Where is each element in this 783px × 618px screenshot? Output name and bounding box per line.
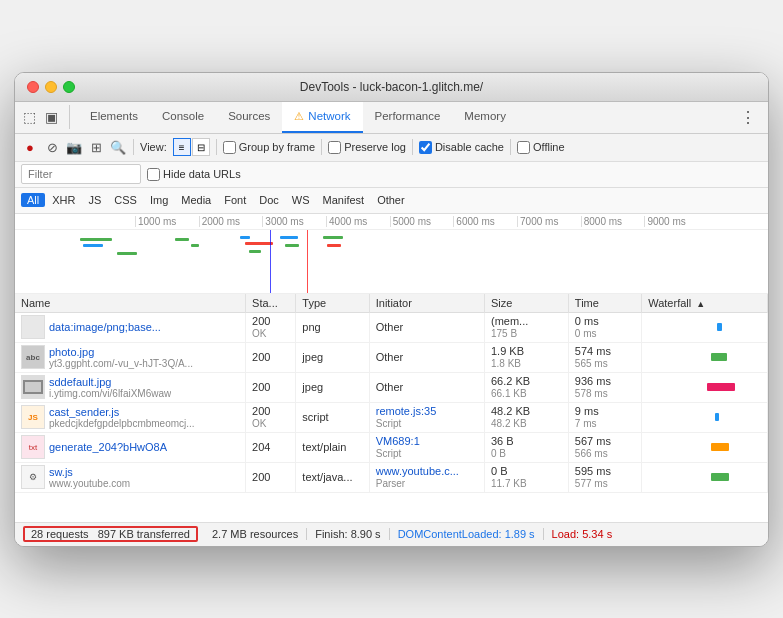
toolbar-separator (133, 139, 134, 155)
thumbnail (21, 315, 45, 339)
cell-size: 66.2 KB66.1 KB (485, 372, 569, 402)
mobile-icon[interactable]: ▣ (41, 105, 61, 129)
row-name: sddefault.jpg (49, 376, 171, 388)
tab-network[interactable]: ⚠ Network (282, 101, 362, 133)
disable-cache-checkbox[interactable] (419, 141, 432, 154)
network-table: Name Sta... Type Initiator Size Time Wat… (15, 294, 768, 493)
cell-status: 200 (246, 462, 296, 492)
group-by-frame-label[interactable]: Group by frame (223, 141, 315, 154)
list-view-icon[interactable]: ≡ (173, 138, 191, 156)
initiator-type: Parser (376, 478, 405, 489)
filter-other[interactable]: Other (371, 193, 411, 207)
disable-cache-label[interactable]: Disable cache (419, 141, 504, 154)
row-url: www.youtube.com (49, 478, 130, 489)
tab-performance[interactable]: Performance (363, 101, 453, 133)
col-name[interactable]: Name (15, 294, 246, 313)
offline-label[interactable]: Offline (517, 141, 565, 154)
tab-sources[interactable]: Sources (216, 101, 282, 133)
cell-initiator: Other (369, 372, 484, 402)
cell-waterfall (642, 312, 768, 342)
search-button[interactable]: 🔍 (109, 138, 127, 156)
cell-size: 36 B0 B (485, 432, 569, 462)
tab-elements[interactable]: Elements (78, 101, 150, 133)
ruler-2000: 2000 ms (199, 216, 263, 227)
preserve-log-label[interactable]: Preserve log (328, 141, 406, 154)
resources-size: 2.7 MB resources (204, 528, 307, 540)
filter-img[interactable]: Img (144, 193, 174, 207)
tl-blue-line (270, 230, 271, 294)
initiator-link[interactable]: remote.js:35 (376, 405, 437, 417)
ruler-9000: 9000 ms (644, 216, 708, 227)
cell-status: 200 (246, 342, 296, 372)
cell-time: 936 ms578 ms (568, 372, 641, 402)
ruler-8000: 8000 ms (581, 216, 645, 227)
maximize-button[interactable] (63, 81, 75, 93)
cell-time: 567 ms566 ms (568, 432, 641, 462)
window-title: DevTools - luck-bacon-1.glitch.me/ (300, 80, 483, 94)
close-button[interactable] (27, 81, 39, 93)
hide-data-urls-checkbox[interactable] (147, 168, 160, 181)
tab-memory[interactable]: Memory (452, 101, 518, 133)
preserve-log-checkbox[interactable] (328, 141, 341, 154)
initiator-link[interactable]: www.youtube.c... (376, 465, 459, 477)
dom-loaded-time: DOMContentLoaded: 1.89 s (390, 528, 544, 540)
cell-type: text/plain (296, 432, 369, 462)
offline-checkbox[interactable] (517, 141, 530, 154)
table-row[interactable]: ⚙ sw.js www.youtube.com 200 text/java...… (15, 462, 768, 492)
col-waterfall[interactable]: Waterfall ▲ (642, 294, 768, 313)
cell-size: (mem...175 B (485, 312, 569, 342)
tl-bar-7 (245, 242, 273, 245)
filter-js[interactable]: JS (82, 193, 107, 207)
tl-bar-11 (323, 236, 343, 239)
cursor-icon[interactable]: ⬚ (19, 105, 39, 129)
cell-initiator: VM689:1 Script (369, 432, 484, 462)
row-url: yt3.ggpht.com/-vu_v-hJT-3Q/A... (49, 358, 193, 369)
screenshot-button[interactable]: 📷 (65, 138, 83, 156)
filter-ws[interactable]: WS (286, 193, 316, 207)
tl-bar-10 (285, 244, 299, 247)
col-time[interactable]: Time (568, 294, 641, 313)
cell-name: sddefault.jpg i.ytimg.com/vi/6lfaiXM6waw (15, 372, 246, 402)
cell-type: script (296, 402, 369, 432)
initiator-link[interactable]: VM689:1 (376, 435, 420, 447)
more-tabs-button[interactable]: ⋮ (732, 108, 764, 127)
table-row[interactable]: sddefault.jpg i.ytimg.com/vi/6lfaiXM6waw… (15, 372, 768, 402)
filter-input[interactable] (21, 164, 141, 184)
col-initiator[interactable]: Initiator (369, 294, 484, 313)
devtools-icons: ⬚ ▣ (19, 105, 70, 129)
record-button[interactable]: ● (21, 138, 39, 156)
filter-css[interactable]: CSS (108, 193, 143, 207)
filter-media[interactable]: Media (175, 193, 217, 207)
toolbar-separator-5 (510, 139, 511, 155)
row-url: i.ytimg.com/vi/6lfaiXM6waw (49, 388, 171, 399)
filter-doc[interactable]: Doc (253, 193, 285, 207)
table-row[interactable]: abc photo.jpg yt3.ggpht.com/-vu_v-hJT-3Q… (15, 342, 768, 372)
ruler-6000: 6000 ms (453, 216, 517, 227)
tab-console[interactable]: Console (150, 101, 216, 133)
row-name: generate_204?bHwO8A (49, 441, 167, 453)
cell-type: png (296, 312, 369, 342)
filter-manifest[interactable]: Manifest (317, 193, 371, 207)
clear-button[interactable]: ⊘ (43, 138, 61, 156)
table-row[interactable]: txt generate_204?bHwO8A 204 text/plain V… (15, 432, 768, 462)
filter-font[interactable]: Font (218, 193, 252, 207)
table-row[interactable]: JS cast_sender.js pkedcjkdefgpdelpbcmbme… (15, 402, 768, 432)
filter-button[interactable]: ⊞ (87, 138, 105, 156)
filter-xhr[interactable]: XHR (46, 193, 81, 207)
tl-bar-3 (117, 252, 137, 255)
group-by-frame-checkbox[interactable] (223, 141, 236, 154)
network-table-container: Name Sta... Type Initiator Size Time Wat… (15, 294, 768, 522)
col-size[interactable]: Size (485, 294, 569, 313)
cell-size: 0 B11.7 KB (485, 462, 569, 492)
table-row[interactable]: data:image/png;base... 200OK png Other (… (15, 312, 768, 342)
row-name: data:image/png;base... (49, 321, 161, 333)
minimize-button[interactable] (45, 81, 57, 93)
filter-all[interactable]: All (21, 193, 45, 207)
col-status[interactable]: Sta... (246, 294, 296, 313)
tree-view-icon[interactable]: ⊟ (192, 138, 210, 156)
cell-waterfall (642, 432, 768, 462)
col-type[interactable]: Type (296, 294, 369, 313)
tl-bar-9 (280, 236, 298, 239)
row-name: sw.js (49, 466, 130, 478)
hide-data-urls-label[interactable]: Hide data URLs (147, 168, 241, 181)
